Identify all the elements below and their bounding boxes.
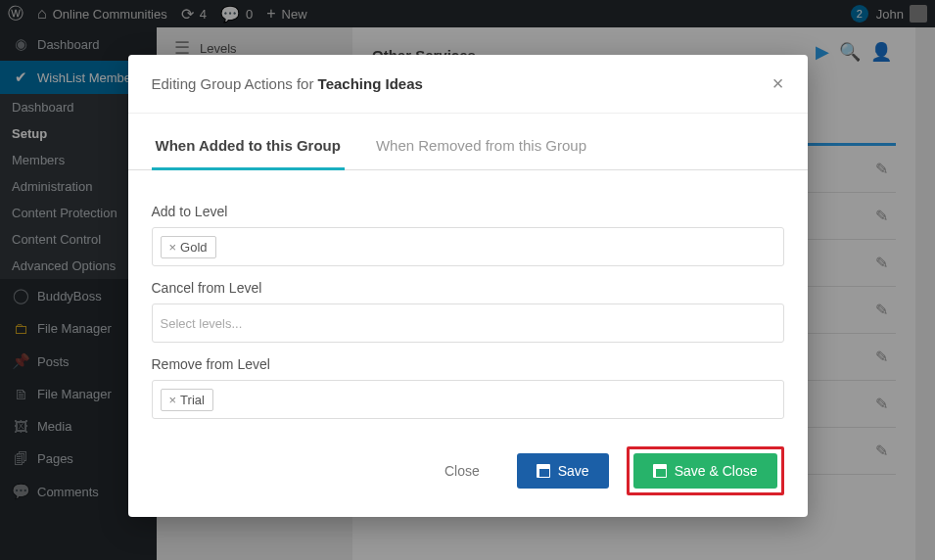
modal-tabs: When Added to this Group When Removed fr…: [128, 121, 808, 170]
remove-from-level-label: Remove from Level: [152, 356, 784, 372]
level-tag-gold: ×Gold: [161, 236, 216, 258]
save-and-close-button[interactable]: Save & Close: [633, 453, 777, 489]
remove-tag-icon[interactable]: ×: [169, 393, 177, 407]
tab-when-removed[interactable]: When Removed from this Group: [372, 121, 590, 169]
highlight-annotation: Save & Close: [627, 446, 784, 495]
level-tag-trial: ×Trial: [161, 389, 213, 411]
close-icon[interactable]: ×: [772, 72, 784, 95]
tab-when-added[interactable]: When Added to this Group: [152, 121, 345, 170]
modal-overlay: Editing Group Actions for Teaching Ideas…: [0, 0, 935, 560]
remove-from-level-input[interactable]: ×Trial: [152, 380, 784, 419]
add-to-level-label: Add to Level: [152, 204, 784, 219]
cancel-from-level-input[interactable]: Select levels...: [152, 303, 784, 343]
remove-tag-icon[interactable]: ×: [169, 240, 177, 255]
modal-footer: Close Save Save & Close: [128, 429, 808, 517]
save-icon: [537, 464, 550, 478]
add-to-level-input[interactable]: ×Gold: [152, 227, 784, 266]
placeholder-text: Select levels...: [161, 316, 243, 331]
edit-group-actions-modal: Editing Group Actions for Teaching Ideas…: [128, 55, 808, 517]
modal-title: Editing Group Actions for Teaching Ideas: [152, 75, 423, 92]
save-button[interactable]: Save: [517, 453, 609, 489]
cancel-from-level-label: Cancel from Level: [152, 280, 784, 296]
save-icon: [653, 464, 667, 478]
modal-body: Add to Level ×Gold Cancel from Level Sel…: [128, 170, 808, 429]
modal-header: Editing Group Actions for Teaching Ideas…: [128, 55, 808, 114]
close-button[interactable]: Close: [425, 453, 499, 489]
